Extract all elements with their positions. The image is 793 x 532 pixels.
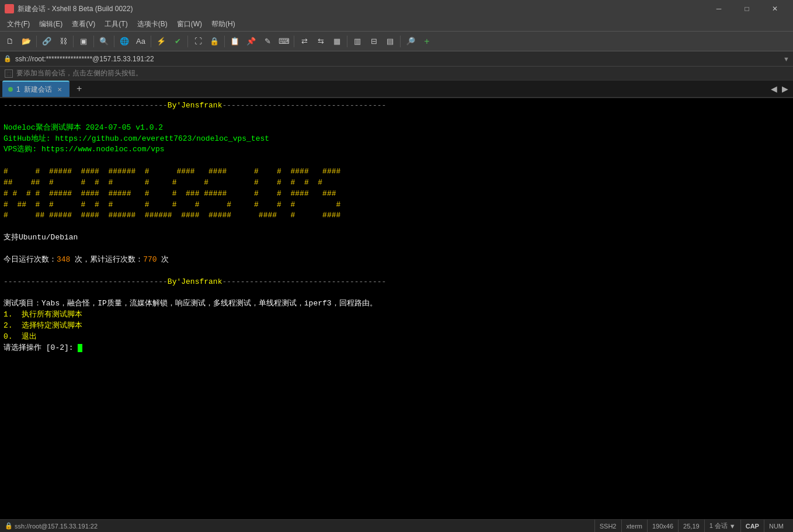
toolbar-separator-1 [36,36,37,47]
copy-button[interactable]: 📋 [227,34,242,49]
hint-bar: ⬚ 要添加当前会话，点击左侧的箭头按钮。 [0,67,793,81]
tab-button[interactable]: ▣ [76,34,91,49]
status-cap: CAP [740,520,764,532]
status-ssh-address: ssh://root@157.15.33.191:22 [15,523,98,530]
hint-text: 要添加当前会话，点击左侧的箭头按钮。 [16,68,142,78]
tab-close-button[interactable]: ✕ [55,85,64,93]
separator-bottom: ------------------------------------By'J… [4,277,789,288]
toolbar-separator-7 [224,36,225,47]
run-info: 今日运行次数：348 次，累计运行次数：770 次 [4,255,789,266]
address-text[interactable]: ssh://root:*****************@157.15.33.1… [15,55,781,63]
ascii-5: # ## ##### #### ###### ###### #### #####… [4,210,789,221]
ascii-3: # # # # ##### #### ##### # # ### ##### #… [4,189,789,200]
status-bar: 🔒 ssh://root@157.15.33.191:22 SSH2 xterm… [0,519,793,532]
title-bar: 新建会话 - Xshell 8 Beta (Build 0022) ─ □ ✕ [0,0,793,18]
toolbar-separator-5 [151,36,151,47]
address-dropdown-icon[interactable]: ▼ [783,55,789,62]
menu-tabs[interactable]: 选项卡(B) [133,18,172,30]
status-lock-icon: 🔒 [5,522,13,530]
prompt-line: 请选择操作 [0-2]: [4,343,789,354]
ascii-1: # # ##### #### ###### # #### #### # # ##… [4,166,789,178]
toolbar-separator-6 [187,36,188,47]
toolbar-separator-4 [114,36,114,47]
zoom-button[interactable]: 🔎 [403,34,418,49]
paste-button[interactable]: 📌 [244,34,259,49]
open-button[interactable]: 📂 [19,34,34,49]
script2-button[interactable]: ⌨ [276,34,291,49]
panel-button[interactable]: ▥ [350,34,365,49]
toolbar-separator-2 [73,36,74,47]
green-icon-button[interactable]: ✔ [170,34,185,49]
blank-2 [4,155,789,166]
script-button[interactable]: ✎ [260,34,275,49]
plus-button[interactable]: + [419,34,434,49]
menu-file[interactable]: 文件(F) [2,18,34,30]
toolbar-separator-8 [294,36,294,47]
toolbar-separator-9 [347,36,347,47]
shop-url: VPS选购: https://www.nodeloc.com/vps [4,144,789,155]
window-controls: ─ □ ✕ [705,0,788,18]
blank-1 [4,112,789,123]
tab-label: 新建会话 [24,85,52,95]
minimize-button[interactable]: ─ [705,0,732,18]
menu-view[interactable]: 查看(V) [67,18,100,30]
terminal-cursor [78,344,82,352]
blank-5 [4,266,789,277]
terminal-area[interactable]: ------------------------------------By'J… [0,98,793,519]
split-button[interactable]: ⊟ [366,34,381,49]
blank-4 [4,244,789,255]
toolbar-separator-10 [400,36,401,47]
transfer-button[interactable]: ⇄ [297,34,312,49]
menu-tools[interactable]: 工具(T) [100,18,132,30]
github-url: GitHub地址: https://github.com/everett7623… [4,134,789,145]
status-terminal: xterm [621,520,648,532]
tab-nav-right[interactable]: ▶ [780,83,791,95]
menu-item-0: 0. 退出 [4,332,789,343]
tab-number: 1 [16,85,20,93]
toolbar: 🗋 📂 🔗 ⛓ ▣ 🔍 🌐 Aa ⚡ ✔ ⛶ 🔒 📋 📌 ✎ ⌨ ⇄ ⇆ ▦ ▥… [0,32,793,51]
session-tab[interactable]: 1 新建会话 ✕ [2,81,69,97]
status-protocol: SSH2 [594,520,621,532]
status-position: 25,19 [678,520,704,532]
separator-top: ------------------------------------By'J… [4,100,789,112]
menu-window[interactable]: 窗口(W) [172,18,207,30]
new-session-button[interactable]: 🗋 [2,34,18,49]
ascii-4: # ## # # # # # # # # # # # # # [4,200,789,211]
tab-nav-left[interactable]: ◀ [768,83,780,95]
lock-button[interactable]: 🔒 [207,34,222,49]
session-dropdown-icon[interactable]: ▼ [729,523,736,530]
address-bar: 🔒 ssh://root:*****************@157.15.33… [0,51,793,67]
menu-item-2: 2. 选择特定测试脚本 [4,321,789,332]
red-icon-button[interactable]: ⚡ [154,34,169,49]
layout-button[interactable]: ▦ [329,34,345,49]
tile-button[interactable]: ▤ [382,34,398,49]
status-ssh2: SSH2 [600,523,617,530]
status-size: 190x46 [647,520,678,532]
connect-button[interactable]: 🔗 [39,34,54,49]
app-icon [5,4,14,13]
app-window: 新建会话 - Xshell 8 Beta (Build 0022) ─ □ ✕ … [0,0,793,532]
blank-3 [4,221,789,232]
status-num: NUM [764,520,788,532]
find-button[interactable]: 🔍 [96,34,112,49]
window-title: 新建会话 - Xshell 8 Beta (Build 0022) [18,4,705,14]
menu-help[interactable]: 帮助(H) [207,18,240,30]
fullscreen-button[interactable]: ⛶ [190,34,206,49]
menu-item-1: 1. 执行所有测试脚本 [4,310,789,321]
blank-6 [4,287,789,298]
transfer2-button[interactable]: ⇆ [313,34,328,49]
menu-edit[interactable]: 编辑(E) [34,18,67,30]
script-name: Nodeloc聚合测试脚本 2024-07-05 v1.0.2 [4,123,789,134]
maximize-button[interactable]: □ [733,0,760,18]
tab-bar: 1 新建会话 ✕ + ◀ ▶ [0,81,793,98]
lock-icon: 🔒 [4,55,12,62]
disconnect-button[interactable]: ⛓ [55,34,71,49]
toolbar-separator-3 [93,36,94,47]
menu-bar: 文件(F) 编辑(E) 查看(V) 工具(T) 选项卡(B) 窗口(W) 帮助(… [0,18,793,32]
translate-button[interactable]: 🌐 [117,34,132,49]
ascii-2: ## ## # # # # # # # # # # # # [4,178,789,189]
tab-add-button[interactable]: + [72,81,87,96]
font-button[interactable]: Aa [133,34,148,49]
close-button[interactable]: ✕ [761,0,788,18]
tab-status-dot [8,87,13,92]
